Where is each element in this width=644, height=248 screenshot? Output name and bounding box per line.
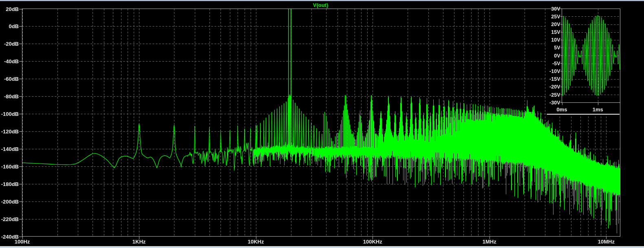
y-axis-tick-label: -220dB xyxy=(1,216,19,222)
spectrum-trace[interactable] xyxy=(22,9,620,233)
spectrum-dense-band[interactable] xyxy=(312,95,620,233)
inset-y-tick-label: -20V xyxy=(549,84,560,90)
inset-y-tick-label: -5V xyxy=(552,61,560,66)
x-axis-tick-label: 100KHz xyxy=(363,239,382,245)
y-axis-tick-label: -140dB xyxy=(1,146,19,152)
x-axis-tick-label: 1MHz xyxy=(483,239,496,245)
inset-y-tick-label: -30V xyxy=(549,100,560,106)
spectrum-harmonic-spikes[interactable] xyxy=(194,95,322,153)
fft-plot-svg: 30V25V20V15V10V5V0V-5V-10V-15V-20V-25V-3… xyxy=(0,0,644,248)
window-chrome-bottom-edge xyxy=(0,246,644,248)
y-axis-tick-label: -120dB xyxy=(1,128,19,135)
x-axis-tick-label: 1KHz xyxy=(132,239,146,245)
y-axis-tick-label: 20dB xyxy=(6,6,19,12)
inset-y-tick-label: -15V xyxy=(549,76,560,82)
y-axis-tick-label: -160dB xyxy=(1,164,19,170)
time-domain-inset-pane: 30V25V20V15V10V5V0V-5V-10V-15V-20V-25V-3… xyxy=(547,1,620,114)
y-axis-tick-label: -60dB xyxy=(4,76,19,82)
y-axis-tick-label: -180dB xyxy=(1,181,19,187)
y-axis-tick-label: -20dB xyxy=(4,41,19,47)
trace-title[interactable]: V(out) xyxy=(313,2,329,8)
inset-y-tick-label: 25V xyxy=(551,14,560,20)
x-axis-tick-label: 100Hz xyxy=(15,239,30,245)
y-axis-tick-label: -40dB xyxy=(4,58,19,64)
inset-y-tick-label: 0V xyxy=(554,53,560,59)
y-axis-tick-label: -100dB xyxy=(1,111,19,117)
inset-y-tick-label: -10V xyxy=(549,69,560,74)
inset-y-tick-label: -25V xyxy=(549,92,560,98)
spectrum-lowfreq-trace[interactable] xyxy=(22,124,188,168)
x-axis-tick-label: 10MHz xyxy=(598,239,615,245)
inset-x-tick-label: 0ms xyxy=(556,106,567,113)
inset-y-tick-label: 15V xyxy=(551,29,560,35)
ltspice-fft-window: 30V25V20V15V10V5V0V-5V-10V-15V-20V-25V-3… xyxy=(0,0,644,248)
y-axis-tick-label: -200dB xyxy=(1,199,19,205)
x-axis-tick-label: 10KHz xyxy=(248,239,264,245)
inset-x-tick-label: 1ms xyxy=(593,106,603,113)
inset-y-tick-label: 10V xyxy=(551,37,560,43)
y-axis-tick-label: -80dB xyxy=(4,93,19,100)
y-axis-tick-label: 0dB xyxy=(9,23,19,29)
inset-y-tick-label: 20V xyxy=(551,22,560,27)
window-chrome-top-edge xyxy=(0,0,644,1)
inset-y-tick-label: 5V xyxy=(554,45,560,51)
